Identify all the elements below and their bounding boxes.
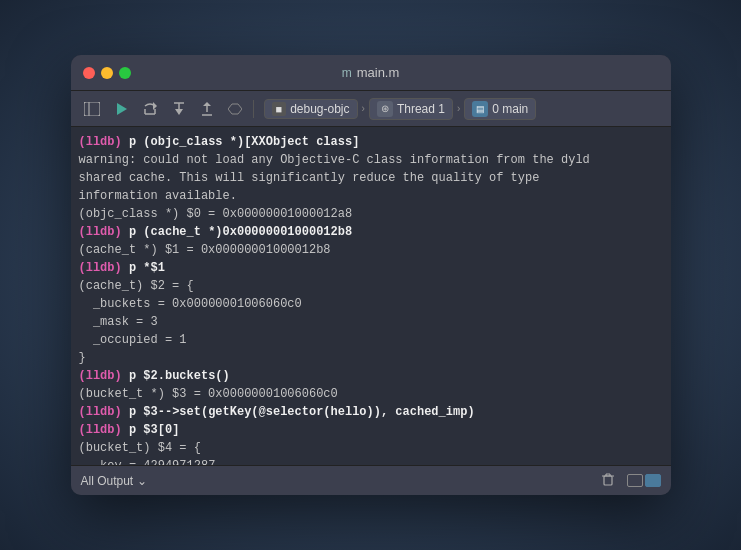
console-line: _key = 4294971287 (79, 457, 663, 465)
console-line: (lldb) p $3-->set(getKey(@selector(hello… (79, 403, 663, 421)
svg-marker-13 (228, 104, 242, 114)
prompt: (lldb) (79, 405, 129, 419)
thread-icon: ⊛ (377, 101, 393, 117)
sidebar-toggle-button[interactable] (79, 98, 105, 120)
console-line: information available. (79, 187, 663, 205)
svg-rect-14 (604, 476, 612, 485)
console-line: (lldb) p $3[0] (79, 421, 663, 439)
traffic-lights (83, 67, 131, 79)
prompt: (lldb) (79, 261, 129, 275)
output-label: All Output (81, 474, 134, 488)
output-selector[interactable]: All Output ⌄ (81, 474, 148, 488)
svg-rect-0 (84, 102, 100, 116)
title-bar: m main.m (71, 55, 671, 91)
run-button[interactable] (109, 98, 133, 120)
svg-marker-3 (153, 102, 157, 110)
frame-label: 0 main (492, 102, 528, 116)
prompt: (lldb) (79, 369, 129, 383)
separator (253, 100, 254, 118)
console-line: (bucket_t *) $3 = 0x00000001006060c0 (79, 385, 663, 403)
step-in-icon (172, 102, 186, 116)
console-line: (bucket_t) $4 = { (79, 439, 663, 457)
console-line: } (79, 349, 663, 367)
frame-icon: ▤ (472, 101, 488, 117)
console-line: (cache_t *) $1 = 0x00000001000012b8 (79, 241, 663, 259)
console-line: _buckets = 0x00000001006060c0 (79, 295, 663, 313)
breakpoint-button[interactable] (223, 98, 247, 120)
console-line: shared cache. This will significantly re… (79, 169, 663, 187)
console-line: warning: could not load any Objective-C … (79, 151, 663, 169)
trash-icon (601, 472, 615, 486)
title-label: main.m (357, 65, 400, 80)
output-chevron-icon: ⌄ (137, 474, 147, 488)
minimize-button[interactable] (101, 67, 113, 79)
split-pane-button[interactable] (627, 474, 643, 487)
cmd-text: p *$1 (129, 261, 165, 275)
close-button[interactable] (83, 67, 95, 79)
run-icon (114, 102, 128, 116)
console-line: _mask = 3 (79, 313, 663, 331)
toolbar: ■ debug-objc › ⊛ Thread 1 › ▤ 0 main (71, 91, 671, 127)
status-bar: All Output ⌄ (71, 465, 671, 495)
cmd-text: p (cache_t *)0x00000001000012b8 (129, 225, 352, 239)
file-icon: m (342, 66, 352, 80)
thread-label: Thread 1 (397, 102, 445, 116)
step-over-icon (142, 102, 158, 116)
step-out-button[interactable] (195, 98, 219, 120)
svg-marker-8 (175, 109, 183, 115)
sidebar-icon (84, 102, 100, 116)
console-line: (cache_t) $2 = { (79, 277, 663, 295)
status-right-controls (597, 470, 661, 491)
chevron-icon: › (362, 103, 365, 114)
chevron-icon-2: › (457, 103, 460, 114)
svg-marker-2 (117, 103, 127, 115)
console-line: (lldb) p (cache_t *)0x00000001000012b8 (79, 223, 663, 241)
debug-section: ■ debug-objc › ⊛ Thread 1 › ▤ 0 main (264, 98, 537, 120)
console-line: (objc_class *) $0 = 0x00000001000012a8 (79, 205, 663, 223)
thread-badge[interactable]: ⊛ Thread 1 (369, 98, 453, 120)
cmd-text: p (objc_class *)[XXObject class] (129, 135, 359, 149)
prompt: (lldb) (79, 423, 129, 437)
step-out-icon (200, 102, 214, 116)
prompt: (lldb) (79, 135, 129, 149)
console-line: (lldb) p (objc_class *)[XXObject class] (79, 133, 663, 151)
frame-badge[interactable]: ▤ 0 main (464, 98, 536, 120)
scheme-badge[interactable]: ■ debug-objc (264, 99, 358, 119)
window-title: m main.m (342, 65, 400, 80)
cmd-text: p $3-->set(getKey(@selector(hello)), cac… (129, 405, 475, 419)
console-line: _occupied = 1 (79, 331, 663, 349)
maximize-button[interactable] (119, 67, 131, 79)
svg-marker-11 (203, 102, 211, 106)
scheme-label: debug-objc (290, 102, 349, 116)
prompt: (lldb) (79, 225, 129, 239)
console-output[interactable]: (lldb) p (objc_class *)[XXObject class] … (71, 127, 671, 465)
breakpoint-icon (228, 102, 242, 116)
cmd-text: p $3[0] (129, 423, 179, 437)
console-line: (lldb) p *$1 (79, 259, 663, 277)
step-in-button[interactable] (167, 98, 191, 120)
cmd-text: p $2.buckets() (129, 369, 230, 383)
step-over-button[interactable] (137, 98, 163, 120)
scheme-icon-box: ■ (272, 102, 287, 116)
clear-button[interactable] (597, 470, 619, 491)
debugger-window: m main.m (71, 55, 671, 495)
split-pane-active-button[interactable] (645, 474, 661, 487)
console-line: (lldb) p $2.buckets() (79, 367, 663, 385)
split-view-controls (627, 474, 661, 487)
